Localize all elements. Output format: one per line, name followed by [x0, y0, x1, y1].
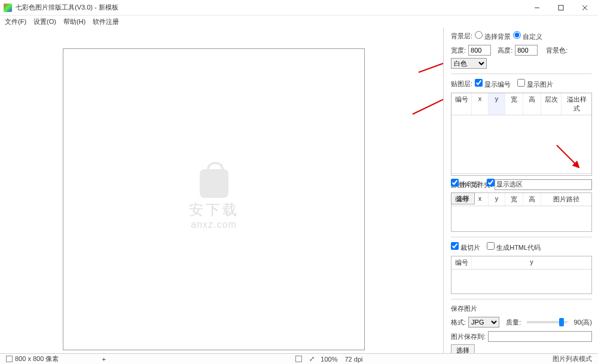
- col-overflow[interactable]: 溢出样式: [562, 93, 591, 115]
- cut-listbox[interactable]: 编号 y: [451, 256, 592, 294]
- menu-settings[interactable]: 设置(O): [33, 17, 56, 26]
- bg-radio-custom[interactable]: 自定义: [513, 31, 542, 41]
- save-to-label: 图片保存到:: [451, 332, 486, 341]
- status-zoom: 100%: [321, 356, 337, 363]
- lock-icon: [200, 169, 228, 198]
- height-label: 高度:: [498, 46, 512, 55]
- col-number[interactable]: 编号: [451, 93, 472, 115]
- status-dims: 800 x 800 像素: [15, 354, 59, 363]
- menu-help[interactable]: 帮助(H): [63, 17, 86, 26]
- col-width[interactable]: 宽: [505, 93, 523, 115]
- col-layer[interactable]: 层次: [541, 93, 562, 115]
- height-input[interactable]: [515, 45, 538, 56]
- canvas[interactable]: 安下载 anxz.com: [63, 48, 365, 350]
- app-icon: [4, 4, 12, 12]
- bgcolor-select[interactable]: 白色: [451, 58, 487, 69]
- width-input[interactable]: [468, 45, 491, 56]
- status-mode: 图片列表模式: [553, 354, 592, 363]
- minimize-button[interactable]: [525, 0, 549, 16]
- show-selection-checkbox[interactable]: 显示选区: [487, 179, 523, 189]
- quality-label: 质量:: [506, 318, 521, 327]
- menubar: 文件(F) 设置(O) 帮助(H) 软件注册: [0, 16, 598, 27]
- tile-show-image-checkbox[interactable]: 显示图片: [517, 79, 553, 89]
- zoom-fit-icon[interactable]: ⤢: [309, 355, 315, 363]
- plus-icon[interactable]: +: [102, 356, 105, 363]
- watermark-layer-checkbox[interactable]: 水印层: [451, 179, 480, 189]
- canvas-area: 安下载 anxz.com: [0, 27, 443, 353]
- gen-html-checkbox[interactable]: 生成HTML代码: [487, 242, 541, 252]
- side-panel: 背景层: 选择背景 自定义 宽度: 高度: 背景色: 白色 贴图层: 显示编号 …: [444, 27, 598, 353]
- watermark-text-2: anxz.com: [189, 219, 239, 230]
- save-section-label: 保存图片: [451, 304, 477, 313]
- watermark-listbox[interactable]: 编号 x y 宽 高 图片路径: [451, 192, 592, 232]
- statusbar: 800 x 800 像素 + ⤢100% 72 dpi 图片列表模式: [0, 353, 598, 364]
- bg-layer-label: 背景层:: [451, 32, 472, 41]
- menu-file[interactable]: 文件(F): [5, 17, 26, 26]
- titlebar: 七彩色图片排版工具(V3.0) - 新模板: [0, 0, 598, 16]
- close-button[interactable]: [573, 0, 597, 16]
- save-to-input[interactable]: [488, 331, 592, 342]
- zoom-icon: [295, 356, 302, 362]
- quality-slider[interactable]: [527, 321, 568, 323]
- watermark-text-1: 安下载: [189, 200, 239, 219]
- format-label: 格式:: [451, 318, 466, 327]
- cut-layer-checkbox[interactable]: 裁切片: [451, 242, 480, 252]
- menu-register[interactable]: 软件注册: [93, 17, 119, 26]
- watermark: 安下载 anxz.com: [189, 169, 239, 230]
- tile-listbox[interactable]: 编号 x y 宽 高 层次 溢出样式: [451, 93, 592, 176]
- tile-show-number-checkbox[interactable]: 显示编号: [475, 79, 511, 89]
- svg-line-4: [419, 60, 443, 72]
- format-select[interactable]: JPG: [468, 317, 499, 328]
- browse-save-button[interactable]: 选择: [451, 344, 475, 353]
- bg-radio-select[interactable]: 选择背景: [475, 31, 511, 41]
- tile-layer-label: 贴图层:: [451, 79, 472, 88]
- dims-icon: [6, 356, 13, 362]
- svg-line-5: [413, 78, 443, 114]
- col-x[interactable]: x: [472, 93, 489, 115]
- bgcolor-label: 背景色:: [546, 46, 568, 55]
- maximize-button[interactable]: [549, 0, 573, 16]
- quality-value: 90(高): [573, 318, 592, 327]
- col-height[interactable]: 高: [523, 93, 541, 115]
- status-dpi: 72 dpi: [344, 356, 362, 363]
- col-y[interactable]: y: [489, 93, 505, 115]
- width-label: 宽度:: [451, 46, 466, 55]
- svg-rect-1: [559, 5, 563, 10]
- window-title: 七彩色图片排版工具(V3.0) - 新模板: [16, 3, 525, 12]
